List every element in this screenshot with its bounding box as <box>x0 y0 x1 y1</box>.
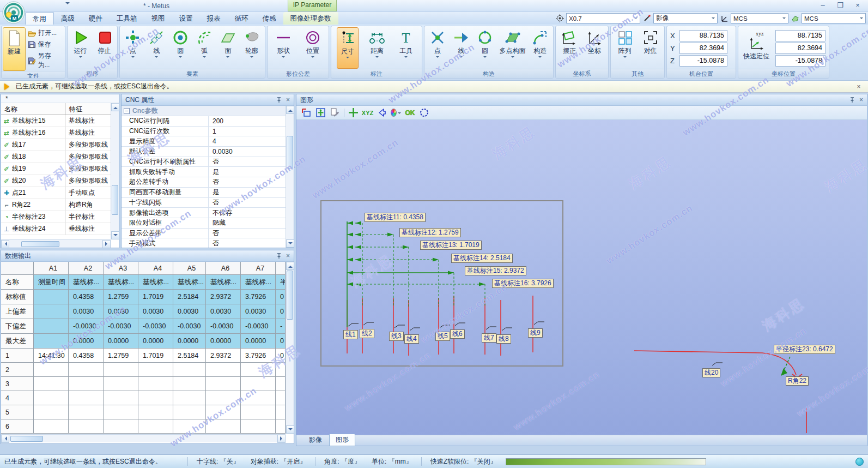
gdt-position-button[interactable]: 位置 <box>302 27 323 69</box>
feature-row[interactable]: ⇄基线标注16基线标注 <box>1 127 111 139</box>
feature-row[interactable]: ◔半径标注23半径标注 <box>1 211 111 223</box>
dimension-label[interactable]: 基线标注14: 2.5184 <box>451 254 513 263</box>
construct-point-button[interactable]: 点 <box>427 27 448 69</box>
table-cell[interactable] <box>104 405 138 419</box>
table-cell[interactable]: -0.0030 <box>138 319 173 334</box>
table-cell[interactable]: 1.7019 <box>138 290 173 304</box>
run-button[interactable]: 运行 <box>70 27 91 69</box>
line-label[interactable]: 线9 <box>528 328 543 338</box>
tab-xunhuan[interactable]: 循环 <box>228 12 256 25</box>
feature-horizontal-scrollbar[interactable] <box>1 239 111 248</box>
table-cell[interactable]: 1.2759 <box>104 290 138 304</box>
color-wheel-icon[interactable] <box>391 107 401 118</box>
mcs-combo-1[interactable]: MCS <box>731 13 788 23</box>
column-header-name[interactable]: 名称 <box>1 103 65 115</box>
table-row[interactable]: 标称值0.43581.27591.70192.51842.93723.79260 <box>1 290 285 304</box>
zoom-level-combo[interactable]: X0.7 <box>566 13 640 23</box>
table-cell[interactable]: 基线标... <box>241 275 276 290</box>
table-cell[interactable]: 0 <box>276 334 286 349</box>
table-cell[interactable]: 0.0030 <box>104 304 138 319</box>
cnc-property-row[interactable]: 同画面不移动测量是 <box>122 188 286 198</box>
table-cell[interactable]: 2.9372 <box>206 349 241 363</box>
element-plane-button[interactable]: 面 <box>217 27 238 69</box>
dimension-label[interactable]: 基线标注16: 3.7926 <box>492 279 554 288</box>
tab-shitu[interactable]: 视图 <box>144 12 172 25</box>
table-row[interactable]: 名称测量时间基线标...基线标...基线标...基线标...基线标...基线标.… <box>1 275 285 290</box>
table-cell[interactable] <box>138 405 173 419</box>
table-cell[interactable]: 0.0000 <box>241 334 276 349</box>
table-cell[interactable] <box>69 377 104 391</box>
machine-z-value[interactable]: -15.0878 <box>679 55 727 67</box>
table-cell[interactable]: 14:41:30 <box>34 349 69 363</box>
table-cell[interactable] <box>241 377 276 391</box>
table-row[interactable]: 5 <box>1 405 285 419</box>
construct-line-button[interactable]: 线 <box>451 27 471 69</box>
tab-image-view[interactable]: 影像 <box>303 434 328 446</box>
cnc-vertical-scrollbar[interactable] <box>286 106 294 248</box>
table-cell[interactable] <box>34 304 69 319</box>
column-header[interactable]: A1 <box>34 262 69 275</box>
table-cell[interactable]: 基线标... <box>104 275 138 290</box>
ok-button[interactable]: OK <box>405 107 415 118</box>
status-crosshair[interactable]: 十字线: 『关』 <box>191 457 245 466</box>
property-value[interactable]: 否 <box>209 157 286 166</box>
cnc-property-row[interactable]: 默认公差0.0030 <box>122 147 286 157</box>
construct-corner-button[interactable]: 构造 <box>530 27 550 69</box>
stop-button[interactable]: 停止 <box>94 27 115 69</box>
table-cell[interactable] <box>34 363 69 377</box>
cnc-property-row[interactable]: 超公差转手动否 <box>122 177 286 188</box>
annotation-label[interactable]: R角22 <box>786 376 809 386</box>
restore-button[interactable]: ❒ <box>834 1 846 9</box>
quick-access-arrow-icon[interactable] <box>65 2 70 7</box>
dimension-label[interactable]: 基线标注15: 2.9372 <box>465 266 526 275</box>
gdt-form-button[interactable]: 形状 <box>273 27 294 69</box>
tab-gaoji[interactable]: 高级 <box>54 12 82 25</box>
feature-row[interactable]: ✚点21手动取点 <box>1 187 111 199</box>
export-view-icon[interactable] <box>330 107 340 118</box>
table-cell[interactable] <box>206 419 241 434</box>
cnc-property-row[interactable]: CNC运行次数1 <box>122 127 286 137</box>
table-row[interactable]: 114:41:300.43581.27591.70192.51842.93723… <box>1 349 285 363</box>
tab-yingjian[interactable]: 硬件 <box>82 12 110 25</box>
construct-circle-button[interactable]: 圆 <box>475 27 495 69</box>
table-cell[interactable]: 测量时间 <box>34 275 69 290</box>
property-value[interactable]: 200 <box>209 117 286 125</box>
table-cell[interactable] <box>276 363 286 377</box>
column-header[interactable]: A5 <box>173 262 206 275</box>
message-close-icon[interactable]: × <box>854 83 864 91</box>
line-label[interactable]: 线1 <box>343 330 358 339</box>
table-cell[interactable]: -0.0030 <box>69 319 104 334</box>
table-cell[interactable] <box>173 419 206 434</box>
column-header[interactable]: A4 <box>138 262 173 275</box>
data-vertical-scrollbar[interactable] <box>286 262 294 434</box>
tab-image-processing[interactable]: 图像处理参数 <box>283 12 338 25</box>
cnc-property-row[interactable]: CNC运行时不刷新属性否 <box>122 157 286 167</box>
focus-button[interactable]: 对焦 <box>640 27 661 69</box>
table-cell[interactable]: 0.0000 <box>138 334 173 349</box>
table-cell[interactable] <box>206 377 241 391</box>
column-header[interactable] <box>1 262 34 275</box>
line-label[interactable]: 线5 <box>435 332 450 341</box>
column-header[interactable]: A6 <box>206 262 241 275</box>
tab-gongjuxiang[interactable]: 工具箱 <box>110 12 144 25</box>
table-cell[interactable]: 0.0000 <box>206 334 241 349</box>
table-cell[interactable] <box>104 363 138 377</box>
table-cell[interactable]: 0.0000 <box>69 334 104 349</box>
contextual-tab-header[interactable]: IP Parameter <box>288 0 337 11</box>
fit-view-icon[interactable] <box>315 107 326 118</box>
align-button[interactable]: 摆正 <box>559 27 580 69</box>
table-cell[interactable] <box>241 405 276 419</box>
tab-baobiao[interactable]: 报表 <box>200 12 228 25</box>
status-unit[interactable]: 单位: 『mm』 <box>366 457 418 466</box>
table-cell[interactable] <box>206 363 241 377</box>
tab-graphics-view[interactable]: 图形 <box>329 434 355 446</box>
table-cell[interactable]: 0.0000 <box>173 334 206 349</box>
new-button[interactable]: 新建 <box>3 27 26 71</box>
annotate-tool-button[interactable]: T 工具 <box>396 27 416 69</box>
property-value[interactable]: 是 <box>209 188 286 197</box>
table-cell[interactable]: 0.0000 <box>104 334 138 349</box>
machine-x-value[interactable]: 88.7135 <box>679 30 727 41</box>
table-cell[interactable]: 3.7926 <box>241 349 276 363</box>
pin-icon[interactable] <box>276 253 282 259</box>
feature-row[interactable]: ⌐R角22构造R角 <box>1 199 111 211</box>
